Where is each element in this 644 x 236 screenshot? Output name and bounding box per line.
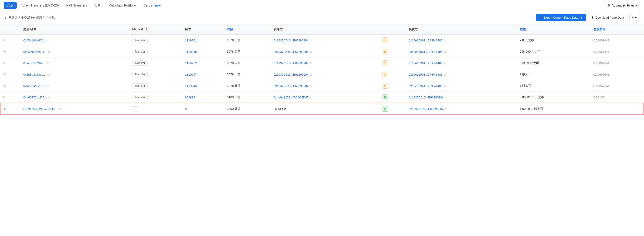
table-row: 👁 0x05c189a850... ⧉ Transfer 1119261 307… xyxy=(0,34,644,46)
fee-cell: 0.00105 xyxy=(591,92,644,103)
to-link[interactable]: 0x60e16961...2FfF41486 xyxy=(408,84,442,88)
direction-in-badge: 进 xyxy=(382,94,388,100)
tx-hash-link[interactable]: 0xa60773d1f75... xyxy=(23,96,46,99)
download-page-data-button[interactable]: ⬇ Download Page Data xyxy=(588,14,628,22)
block-link[interactable]: 1119261 xyxy=(185,39,197,42)
from-cell: 0x1937C5c5...E66290284⧉ xyxy=(271,34,380,46)
copy-tx-hash-icon[interactable]: ⧉ xyxy=(48,39,50,42)
direction-cell: 出 xyxy=(380,34,406,46)
block-link[interactable]: 0 xyxy=(185,107,187,111)
filter-button[interactable]: ▽ ▾ xyxy=(629,14,639,22)
amount-cell: 1 以太币 xyxy=(517,80,591,92)
copy-to-icon[interactable]: ⧉ xyxy=(444,73,446,76)
tx-hash-link[interactable]: GENESIS_1937c5c515... xyxy=(23,107,58,111)
eye-icon[interactable]: 👁 xyxy=(2,84,6,88)
method-help-icon[interactable]: ? xyxy=(144,28,148,31)
from-cell: 0x1937C5c5...E66290284⧉ xyxy=(271,69,380,80)
copy-tx-hash-icon[interactable]: ⧉ xyxy=(59,108,62,111)
tab-multichain[interactable]: Multichain Portfolio xyxy=(105,2,139,8)
copy-from-icon[interactable]: ⧉ xyxy=(310,96,312,99)
copy-to-icon[interactable]: ⧉ xyxy=(444,62,446,65)
tx-hash-cell: 0xec8c5d23eb... ⧉ xyxy=(21,58,130,69)
nav-right-actions: ⚙ Advanced Filter ▾ xyxy=(604,2,640,9)
to-link[interactable]: 0x1937C5c5...E66290284 xyxy=(408,107,444,111)
block-cell: 1119261 xyxy=(183,34,225,46)
to-link[interactable]: 0x60e16961...2FfF41486 xyxy=(408,50,442,54)
from-link[interactable]: 0x1937C5c5...E66290284 xyxy=(274,39,308,42)
tx-hash-cell: 0xa60773d1f75... ⧉ xyxy=(21,92,130,103)
copy-from-icon[interactable]: ⧉ xyxy=(310,50,312,54)
tx-hash-link[interactable]: 0x05c189a850... xyxy=(23,39,46,42)
to-link[interactable]: 0x1937C5c5...E66290284 xyxy=(408,96,444,99)
copy-from-icon[interactable]: ⧉ xyxy=(310,73,312,76)
tx-hash-link[interactable]: 0x3e8aa37acb... xyxy=(23,73,46,76)
amount-cell: 0.8008135 以太币 xyxy=(517,92,591,103)
amount-value: 999.99 以太币 xyxy=(520,61,539,65)
method-badge: Transfer xyxy=(132,38,148,43)
direction-out-badge: 出 xyxy=(382,60,388,66)
age-cell: 3180 天前 xyxy=(225,92,271,103)
col-amount: 数额 xyxy=(517,24,591,34)
tab-token-transfers[interactable]: Token Transfers (ERC-20) xyxy=(18,2,62,8)
eye-icon[interactable]: 👁 xyxy=(2,61,6,65)
to-link[interactable]: 0x60e16961...2FfF41486 xyxy=(408,39,442,42)
from-link[interactable]: 0x1937C5c5...E66290284 xyxy=(274,73,308,76)
col-fee: 交易费用 xyxy=(591,24,644,34)
direction-cell: 出 xyxy=(380,80,406,92)
fee-value: 0.00067641 xyxy=(594,62,610,65)
copy-tx-hash-icon[interactable]: ⧉ xyxy=(48,50,50,54)
toolbar-info: ↓↑ 从总计 7 个交易中的最新 7 个交易 xyxy=(5,16,55,20)
tab-analytics[interactable]: 分析 xyxy=(91,2,104,9)
method-cell: Transfer xyxy=(130,46,183,58)
to-link[interactable]: 0x60e16961...2FfF41486 xyxy=(408,73,442,76)
copy-tx-hash-icon[interactable]: ⧉ xyxy=(48,73,50,76)
from-link[interactable]: 0x1937C5c5...E66290284 xyxy=(274,84,308,88)
to-cell: 0x60e16961...2FfF41486 ⧉ xyxy=(406,46,517,58)
copy-to-icon[interactable]: ⧉ xyxy=(446,108,448,111)
to-cell: 0x1937C5c5...E66290284 ⧉ xyxy=(406,92,517,103)
copy-from-icon[interactable]: ⧉ xyxy=(310,84,312,88)
tx-hash-link[interactable]: 0x1e994c9e52... xyxy=(23,84,46,88)
block-link[interactable]: 1119252 xyxy=(185,62,197,65)
age-cell: 3078 天前 xyxy=(225,58,271,69)
tx-hash-link[interactable]: 0xec8c5d23eb... xyxy=(23,62,46,65)
chevron-down-icon: ▾ xyxy=(636,4,637,7)
tab-nft-transfers[interactable]: NFT Transfers xyxy=(63,2,90,8)
copy-tx-hash-icon[interactable]: ⧉ xyxy=(47,62,49,65)
from-link[interactable]: 0x4e9a1252...f0C9C9D47 xyxy=(274,96,308,99)
eye-icon[interactable]: 👁 xyxy=(2,50,6,54)
transactions-table-container: 交易 哈希 Method ? 区块 块龄 发送方 接收方 数额 交易费用 👁 xyxy=(0,24,644,115)
amount-value: 998,990 以太币 xyxy=(520,50,540,53)
eye-icon[interactable]: 👁 xyxy=(2,96,6,99)
block-link[interactable]: 1119247 xyxy=(185,73,197,76)
amount-cell: 7.8 以太币 xyxy=(517,34,591,46)
from-link[interactable]: 0x1937C5c5...E66290284 xyxy=(274,62,308,65)
from-link[interactable]: 0x1937C5c5...E66290284 xyxy=(274,50,308,54)
tx-hash-link[interactable]: 0xc6f5b36253c... xyxy=(23,50,46,54)
eye-icon[interactable]: 👁 xyxy=(2,38,6,42)
eye-icon[interactable]: 👁 xyxy=(3,107,6,111)
block-link[interactable]: 1119255 xyxy=(185,50,197,54)
block-link[interactable]: 1119243 xyxy=(185,84,197,88)
block-cell: 0 xyxy=(183,103,225,115)
copy-to-icon[interactable]: ⧉ xyxy=(444,50,446,54)
copy-to-icon[interactable]: ⧉ xyxy=(444,84,446,88)
tab-cards[interactable]: Cards New xyxy=(140,2,165,8)
copy-tx-hash-icon[interactable]: ⧉ xyxy=(48,96,50,99)
nav-tabs: 交易 Token Transfers (ERC-20) NFT Transfer… xyxy=(4,2,165,9)
copy-from-icon[interactable]: ⧉ xyxy=(310,62,312,65)
eye-icon[interactable]: 👁 xyxy=(2,72,6,76)
tab-transactions[interactable]: 交易 xyxy=(4,2,17,9)
col-tx-hash: 交易 哈希 xyxy=(21,24,130,34)
copy-to-icon[interactable]: ⧉ xyxy=(446,96,448,99)
table-row: 👁 GENESIS_1937c5c515... ⧉ - 0 3300 天前 GE… xyxy=(0,103,644,115)
copy-from-icon[interactable]: ⧉ xyxy=(310,39,312,42)
to-link[interactable]: 0x60e16961...2FfF41486 xyxy=(408,62,442,65)
block-link[interactable]: 604886 xyxy=(185,96,195,99)
from-cell: 0x1937C5c5...E66290284⧉ xyxy=(271,80,380,92)
table-row: 👁 0xec8c5d23eb... ⧉ Transfer 1119252 307… xyxy=(0,58,644,69)
copy-tx-hash-icon[interactable]: ⧉ xyxy=(48,84,50,88)
advanced-filter-button[interactable]: ⚙ Advanced Filter ▾ xyxy=(604,2,640,9)
export-current-page-button[interactable]: ⬇ Export Current Page Data ▾ xyxy=(536,14,586,21)
copy-to-icon[interactable]: ⧉ xyxy=(444,39,446,42)
